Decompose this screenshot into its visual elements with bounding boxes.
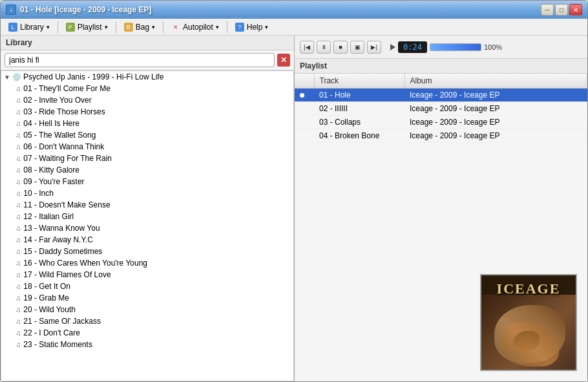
- stop2-button[interactable]: ▣: [350, 41, 364, 54]
- track-item[interactable]: ♫09 - You're Faster: [1, 176, 293, 187]
- album-name-cell: Iceage - 2009 - Iceage EP: [404, 116, 587, 129]
- menu-help[interactable]: ? Help ▾: [230, 21, 274, 34]
- track-note-icon: ♫: [16, 189, 21, 197]
- menu-bag[interactable]: B Bag ▾: [119, 21, 160, 34]
- track-note-icon: ♫: [16, 306, 21, 313]
- chevron-down-icon: ▾: [47, 24, 50, 30]
- album-art-inner: ICEAGE: [481, 275, 576, 370]
- menu-autopilot[interactable]: ✕ Autopilot ▾: [166, 21, 224, 34]
- track-item[interactable]: ♫14 - Far Away N.Y.C: [1, 234, 293, 246]
- track-item[interactable]: ♫16 - Who Cares When You're Young: [1, 257, 293, 269]
- playlist-table: Track Album 01 - Hole Iceage - 2009 - Ic…: [295, 74, 587, 143]
- volume-bar[interactable]: [430, 43, 481, 51]
- track-note-icon: ♫: [16, 294, 21, 302]
- playing-dot: [300, 93, 304, 98]
- track-item[interactable]: ♫01 - They'll Come For Me: [1, 83, 293, 94]
- playlist-icon: P: [66, 23, 75, 32]
- clear-search-button[interactable]: ✕: [277, 54, 290, 67]
- time-display: 0:24: [398, 41, 427, 53]
- track-note-icon: ♫: [16, 213, 21, 220]
- album-item[interactable]: ▼ 💿 Psyched Up Janis - 1999 - Hi-Fi Low …: [1, 71, 293, 83]
- track-note-icon: ♫: [16, 178, 21, 186]
- table-row[interactable]: 03 - Collaps Iceage - 2009 - Iceage EP: [295, 116, 587, 129]
- track-item[interactable]: ♫10 - Inch: [1, 187, 293, 199]
- track-note-icon: ♫: [16, 236, 21, 244]
- search-input[interactable]: [5, 53, 275, 67]
- menu-sep-4: [227, 21, 227, 33]
- playing-indicator: [295, 102, 314, 116]
- track-note-icon: ♫: [16, 154, 21, 162]
- track-item[interactable]: ♫23 - Static Moments: [1, 339, 293, 350]
- menu-library[interactable]: L Library ▾: [3, 21, 55, 34]
- minimize-button[interactable]: ─: [541, 4, 554, 16]
- track-name-cell: 01 - Hole: [314, 89, 404, 102]
- pause-button[interactable]: ⏸: [317, 41, 331, 54]
- menu-sep-2: [116, 21, 116, 33]
- volume-area: 100%: [430, 43, 502, 51]
- autopilot-icon: ✕: [171, 23, 180, 32]
- track-item[interactable]: ♫20 - Wild Youth: [1, 304, 293, 315]
- playing-indicator: [295, 116, 314, 129]
- track-item[interactable]: ♫17 - Wild Flames Of Love: [1, 269, 293, 281]
- track-item[interactable]: ♫07 - Waiting For The Rain: [1, 153, 293, 164]
- track-note-icon: ♫: [16, 282, 21, 290]
- col-album: Album: [404, 74, 587, 89]
- track-label: 04 - Hell Is Here: [23, 119, 79, 128]
- menu-playlist[interactable]: P Playlist ▾: [61, 21, 113, 34]
- track-label: 13 - Wanna Know You: [23, 224, 100, 233]
- help-icon: ?: [235, 23, 244, 32]
- track-label: 05 - The Wallet Song: [23, 131, 96, 140]
- menu-bag-label: Bag: [136, 23, 149, 32]
- album-art: ICEAGE: [480, 274, 577, 371]
- track-label: 10 - Inch: [23, 189, 54, 198]
- playlist-header: Playlist: [295, 59, 587, 74]
- track-item[interactable]: ♫19 - Grab Me: [1, 292, 293, 304]
- close-button[interactable]: ✕: [569, 4, 582, 16]
- track-label: 15 - Daddy Sometimes: [23, 247, 102, 256]
- track-item[interactable]: ♫06 - Don't Wanna Think: [1, 141, 293, 153]
- table-row[interactable]: 04 - Broken Bone Iceage - 2009 - Iceage …: [295, 129, 587, 143]
- track-note-icon: ♫: [16, 131, 21, 139]
- track-label: 02 - Invite You Over: [23, 96, 91, 105]
- track-label: 18 - Get It On: [23, 282, 70, 291]
- track-item[interactable]: ♫03 - Ride Those Horses: [1, 106, 293, 118]
- track-label: 22 - I Don't Care: [23, 328, 80, 337]
- library-panel: Library ✕ ▼ 💿 Psyched Up Janis - 1999 - …: [1, 36, 295, 381]
- playlist-body: 01 - Hole Iceage - 2009 - Iceage EP 02 -…: [295, 89, 587, 143]
- track-note-icon: ♫: [16, 259, 21, 267]
- track-item[interactable]: ♫12 - Italian Girl: [1, 211, 293, 222]
- track-item[interactable]: ♫22 - I Don't Care: [1, 327, 293, 339]
- track-item[interactable]: ♫08 - Kitty Galore: [1, 164, 293, 176]
- track-item[interactable]: ♫13 - Wanna Know You: [1, 222, 293, 234]
- track-item[interactable]: ♫18 - Get It On: [1, 281, 293, 292]
- table-row[interactable]: 01 - Hole Iceage - 2009 - Iceage EP: [295, 89, 587, 102]
- chevron-down-icon-5: ▾: [265, 24, 268, 30]
- main-window: ♪ 01 - Hole [Iceage - 2009 - Iceage EP] …: [0, 0, 588, 382]
- track-note-icon: ♫: [16, 271, 21, 279]
- menu-autopilot-label: Autopilot: [183, 23, 213, 32]
- playlist-header-row: Track Album: [295, 74, 587, 89]
- menu-help-label: Help: [247, 23, 263, 32]
- prev-button[interactable]: |◀: [300, 41, 314, 54]
- next-button[interactable]: ▶|: [367, 41, 381, 54]
- track-label: 09 - You're Faster: [23, 177, 84, 186]
- maximize-button[interactable]: □: [555, 4, 568, 16]
- track-item[interactable]: ♫15 - Daddy Sometimes: [1, 246, 293, 257]
- track-label: 16 - Who Cares When You're Young: [23, 259, 147, 268]
- library-tree[interactable]: ▼ 💿 Psyched Up Janis - 1999 - Hi-Fi Low …: [1, 70, 294, 381]
- stop-button[interactable]: ■: [333, 41, 348, 54]
- track-item[interactable]: ♫11 - Doesn't Make Sense: [1, 199, 293, 211]
- menu-bar: L Library ▾ P Playlist ▾ B Bag ▾ ✕ Autop…: [1, 19, 587, 36]
- expand-icon: ▼: [4, 74, 10, 81]
- album-disc-icon: 💿: [12, 73, 21, 81]
- col-track-name: Track: [314, 74, 404, 89]
- transport-bar: |◀ ⏸ ■ ▣ ▶| 0:24 100%: [295, 36, 587, 59]
- track-item[interactable]: ♫04 - Hell Is Here: [1, 118, 293, 129]
- track-label: 17 - Wild Flames Of Love: [23, 270, 110, 279]
- album-art-title: ICEAGE: [481, 281, 576, 297]
- track-item[interactable]: ♫02 - Invite You Over: [1, 94, 293, 106]
- track-item[interactable]: ♫05 - The Wallet Song: [1, 129, 293, 141]
- table-row[interactable]: 02 - ΙΙΙΙΙΙ Iceage - 2009 - Iceage EP: [295, 102, 587, 116]
- track-item[interactable]: ♫21 - Same Ol' Jackass: [1, 315, 293, 327]
- album-art-container: ICEAGE: [480, 274, 577, 371]
